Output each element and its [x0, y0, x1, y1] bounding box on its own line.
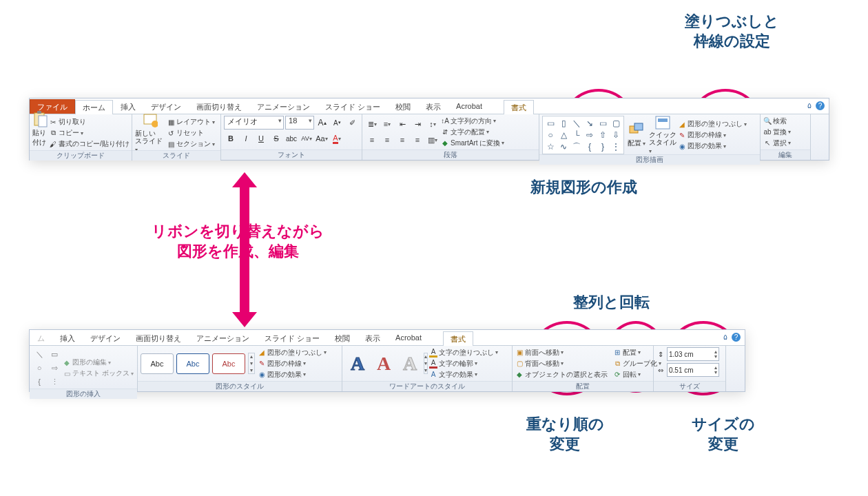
font-size-combo[interactable]: 18: [285, 116, 314, 130]
font-name-combo[interactable]: メイリオ: [224, 116, 284, 130]
tab-home[interactable]: ホーム: [75, 100, 113, 114]
tab-acrobat[interactable]: Acrobat: [448, 99, 490, 114]
wordart-preset-3[interactable]: A: [397, 351, 422, 376]
text-outline-button[interactable]: A文字の輪郭: [429, 358, 498, 369]
textbox-button[interactable]: ▭テキスト ボックス: [63, 369, 134, 379]
align-center-button[interactable]: ≡: [380, 133, 394, 147]
wa-up[interactable]: ▴: [424, 353, 427, 360]
shape-fill2-button[interactable]: ◢図形の塗りつぶし: [258, 347, 327, 358]
align-right-button[interactable]: ≡: [395, 133, 409, 147]
gallery-down[interactable]: ▾: [249, 360, 254, 366]
shape-effects2-button[interactable]: ◉図形の効果: [258, 369, 327, 380]
replace-button[interactable]: ab置換: [763, 127, 807, 137]
bullets-button[interactable]: ≣: [365, 117, 379, 131]
selection-pane-button[interactable]: ◆オブジェクトの選択と表示: [515, 369, 608, 380]
gallery-up[interactable]: ▴: [249, 353, 254, 360]
bold-button[interactable]: B: [224, 132, 238, 145]
numbering-button[interactable]: ≡: [380, 117, 394, 131]
find-button[interactable]: 🔍検索: [763, 116, 807, 126]
shrink-font-button[interactable]: A▾: [330, 116, 344, 130]
select-button[interactable]: ↖選択: [763, 138, 807, 148]
tab-design[interactable]: デザイン: [143, 99, 189, 114]
shape-effects-button[interactable]: ◉図形の効果: [678, 141, 747, 152]
help-icon[interactable]: ?: [816, 101, 825, 110]
tab2-review[interactable]: 校閲: [327, 331, 358, 345]
justify-button[interactable]: ≡: [411, 133, 424, 147]
copy-button[interactable]: ⧉コピー: [49, 128, 130, 138]
gallery-more[interactable]: ▾: [249, 367, 254, 373]
quick-styles-button[interactable]: クイック スタイル: [649, 118, 676, 152]
shadow-button[interactable]: abc: [285, 132, 298, 145]
text-effects-button[interactable]: A文字の効果: [429, 369, 498, 380]
tab-insert[interactable]: 挿入: [113, 99, 143, 114]
double-arrow: [240, 186, 249, 313]
underline-button[interactable]: U: [254, 132, 268, 145]
group-title-insertshapes: 図形の挿入: [30, 389, 137, 399]
text-direction-button[interactable]: ↕A文字列の方向: [441, 116, 504, 126]
columns-button[interactable]: ▥: [426, 133, 440, 147]
help2-icon[interactable]: ?: [732, 333, 741, 342]
callout-order: 重なり順の 変更: [496, 415, 634, 454]
grow-font-button[interactable]: A▴: [316, 116, 329, 130]
convert-smartart-button[interactable]: ◆SmartArt に変換: [441, 138, 504, 148]
new-slide-button[interactable]: 新しい スライド: [135, 116, 165, 150]
clear-format-button[interactable]: ✐: [345, 116, 359, 130]
line-spacing-button[interactable]: ↕: [426, 117, 440, 131]
tab2-acrobat[interactable]: Acrobat: [388, 331, 429, 345]
text-fill-button[interactable]: A文字の塗りつぶし: [429, 347, 498, 358]
style-preset-3[interactable]: Abc: [212, 353, 245, 374]
tab-format[interactable]: 書式: [504, 100, 534, 114]
arrange-button[interactable]: 配置: [626, 118, 648, 152]
style-preset-2[interactable]: Abc: [176, 353, 209, 374]
tab-view[interactable]: 表示: [418, 99, 448, 114]
editshape-icon: ◆: [63, 358, 71, 366]
height-spinner[interactable]: 1.03 cm▴▾: [667, 347, 719, 361]
tab2-animation[interactable]: アニメーション: [189, 331, 257, 345]
layout-button[interactable]: ▦レイアウト: [167, 117, 215, 127]
wordart-preset-1[interactable]: A: [345, 351, 370, 376]
align-text-button[interactable]: ⇵文字の配置: [441, 127, 504, 137]
shape-outline2-button[interactable]: ✎図形の枠線: [258, 358, 327, 369]
shape-fill-button[interactable]: ◢図形の塗りつぶし: [678, 119, 747, 130]
wordart-preset-2[interactable]: A: [371, 351, 396, 376]
align-left-button[interactable]: ≡: [365, 133, 379, 147]
minimize-ribbon2-icon[interactable]: ۵: [723, 333, 727, 342]
bring-forward-button[interactable]: ▣前面へ移動: [515, 347, 608, 358]
tab2-slideshow[interactable]: スライド ショー: [257, 331, 327, 345]
tab-slideshow[interactable]: スライド ショー: [318, 99, 388, 114]
width-spinner[interactable]: 0.51 cm▴▾: [667, 363, 719, 377]
tab-transition[interactable]: 画面切り替え: [189, 99, 249, 114]
tab2-insert[interactable]: 挿入: [52, 331, 83, 345]
char-spacing-button[interactable]: AV: [300, 132, 313, 145]
wa-down[interactable]: ▾: [424, 360, 427, 366]
change-case-button[interactable]: Aa: [315, 132, 329, 145]
paste-button[interactable]: 貼り付け: [32, 116, 48, 150]
wa-more[interactable]: ▾: [424, 367, 427, 373]
reset-button[interactable]: ↺リセット: [167, 128, 215, 138]
cut-button[interactable]: ✂切り取り: [49, 117, 130, 127]
tab2-transition[interactable]: 画面切り替え: [128, 331, 189, 345]
inc-indent-button[interactable]: ⇥: [411, 117, 424, 131]
tab2-view[interactable]: 表示: [358, 331, 388, 345]
format-painter-button[interactable]: 🖌書式のコピー/貼り付け: [49, 139, 130, 149]
dec-indent-button[interactable]: ⇤: [395, 117, 409, 131]
tab2-home[interactable]: ム: [30, 331, 52, 345]
section-button[interactable]: ▤セクション: [167, 139, 215, 149]
tab-animation[interactable]: アニメーション: [249, 99, 318, 114]
edit-shape-button[interactable]: ◆図形の編集: [63, 358, 134, 368]
send-backward-button[interactable]: ▢背面へ移動: [515, 358, 608, 369]
shapes-gallery[interactable]: ▭▯＼↘▭▢ ○△└⇨⇧⇩ ☆∿⌒{}⋮: [542, 116, 624, 154]
strike-button[interactable]: S: [269, 132, 283, 145]
style-preset-1[interactable]: Abc: [141, 353, 174, 374]
minimize-ribbon-icon[interactable]: ۵: [807, 101, 812, 110]
font-color-button[interactable]: A: [330, 132, 344, 145]
tab2-format[interactable]: 書式: [443, 331, 473, 346]
italic-button[interactable]: I: [239, 132, 253, 145]
s-brace-icon: {: [32, 375, 46, 389]
shape-outline-button[interactable]: ✎図形の枠線: [678, 130, 747, 141]
shape-rarrow-icon: ⇨: [583, 130, 596, 141]
tab2-design[interactable]: デザイン: [83, 331, 128, 345]
front-icon: ▣: [515, 349, 524, 357]
tab-review[interactable]: 校閲: [388, 99, 418, 114]
binoculars-icon: 🔍: [763, 117, 772, 125]
